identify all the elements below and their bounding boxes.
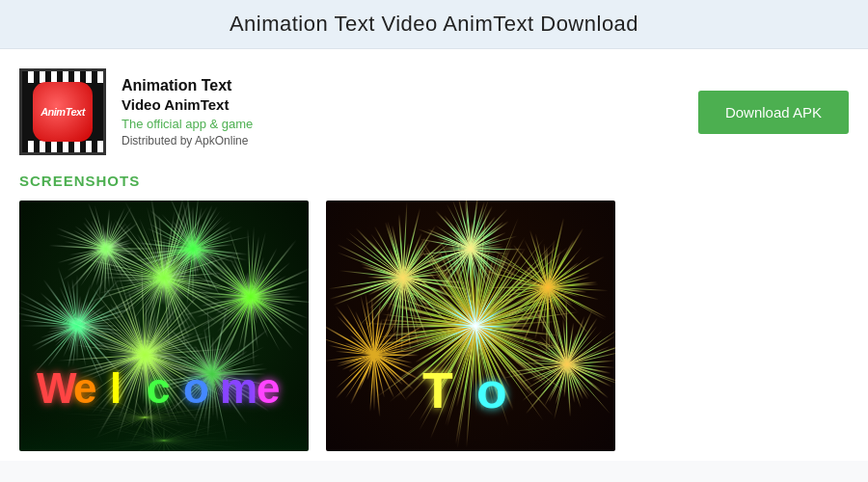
- page-header: Animation Text Video AnimText Download: [0, 0, 868, 49]
- screenshots-row: [19, 201, 849, 451]
- app-icon: AnimText: [19, 68, 106, 155]
- screenshots-label: SCREENSHOTS: [19, 173, 849, 189]
- app-text-info: Animation Text Video AnimText The offici…: [122, 77, 683, 147]
- app-name-line1: Animation Text: [122, 77, 683, 94]
- app-info-row: AnimText Animation Text Video AnimText T…: [19, 68, 849, 155]
- app-distributor: Distributed by ApkOnline: [122, 134, 683, 147]
- app-name-line2: Video AnimText: [122, 96, 683, 113]
- screenshot-canvas-1: [19, 201, 309, 451]
- download-apk-button[interactable]: Download APK: [698, 91, 849, 134]
- screenshot-2: [326, 201, 615, 451]
- screenshot-1: [19, 201, 309, 451]
- screenshot-canvas-2: [326, 201, 615, 451]
- app-icon-inner: AnimText: [33, 82, 93, 142]
- page-title: Animation Text Video AnimText Download: [0, 12, 868, 37]
- app-tagline: The official app & game: [122, 117, 683, 131]
- main-content: AnimText Animation Text Video AnimText T…: [0, 49, 868, 461]
- app-icon-label: AnimText: [41, 106, 85, 118]
